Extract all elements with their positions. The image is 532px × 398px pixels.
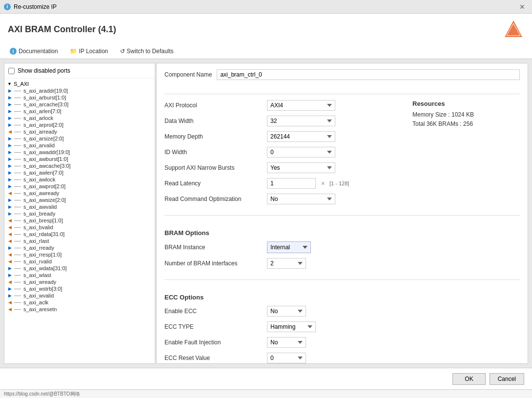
cancel-button[interactable]: Cancel [490,373,524,385]
port-out-arrow-icon: ▶ [8,184,12,189]
ecc-reset-select[interactable]: 0 1 [267,353,306,363]
port-line-icon [14,98,21,98]
port-list-item: ◀s_axi_bresp[1:0] [6,217,153,224]
enable-ecc-row: Enable ECC No Yes [164,306,520,317]
port-line-icon [14,234,21,235]
bram-instance-label: BRAM Instance [164,244,262,251]
ip-location-button[interactable]: 📁 IP Location [68,47,110,56]
port-list-item: ▶s_axi_araddr[19:0] [6,87,153,94]
port-line-icon [14,289,21,289]
port-label: s_axi_wstrb[3:0] [23,286,62,292]
main-header: AXI BRAM Controller (4.1) i Documentatio… [0,14,532,59]
port-out-arrow-icon: ▶ [8,150,12,155]
param-clear-icon[interactable]: ✕ [319,179,327,187]
param-control: YesNo [267,162,335,173]
content-area: Show disabled ports ▼ S_AXI ▶s_axi_aradd… [0,59,532,368]
port-out-arrow-icon: ▶ [8,273,12,278]
show-disabled-ports-label[interactable]: Show disabled ports [18,67,70,74]
port-line-icon [14,227,21,228]
port-list-item: ▶s_axi_wvalid [6,292,153,299]
port-line-icon [14,268,21,269]
port-line-icon [14,111,21,112]
ecc-reset-row: ECC Reset Value 0 1 [164,353,520,363]
port-tree: ▼ S_AXI ▶s_axi_araddr[19:0]▶s_axi_arburs… [4,79,155,363]
port-line-icon [14,296,21,296]
bram-instance-select[interactable]: Internal External [267,241,311,253]
port-list-item: ▶s_axi_bready [6,210,153,217]
port-line-icon [14,179,21,180]
port-line-icon [14,302,21,303]
show-disabled-ports-checkbox[interactable] [8,68,15,74]
port-label: s_axi_awvalid [23,204,57,210]
port-list: ▶s_axi_araddr[19:0]▶s_axi_arburst[1:0]▶s… [6,87,153,313]
documentation-button[interactable]: i Documentation [8,47,60,56]
port-label: s_axi_awsize[2:0] [23,197,66,203]
location-icon: 📁 [70,48,77,55]
port-line-icon [14,241,21,241]
port-label: s_axi_aclk [23,299,48,305]
bram-options-section: BRAM Options BRAM Instance Internal Exte… [164,221,520,274]
num-interfaces-control: 1 2 [267,258,306,269]
port-label: s_axi_rlast [23,238,49,244]
param-row: Support AXI Narrow BurstsYesNo [164,162,403,173]
param-select[interactable]: 1024204840968192163843276865536131072262… [267,131,335,142]
documentation-label: Documentation [19,48,58,55]
ecc-reset-control: 0 1 [267,353,306,363]
param-select[interactable]: 01234 [267,147,335,158]
port-list-item: ▶s_axi_awlock [6,176,153,183]
param-select[interactable]: AXI4AXI4LITE [267,100,335,111]
port-out-arrow-icon: ▶ [8,116,12,120]
separator-2 [164,215,520,216]
ok-button[interactable]: OK [452,373,485,385]
bram-instance-row: BRAM Instance Internal External [164,241,520,253]
ecc-type-select[interactable]: Hamming No_ECC [267,321,316,332]
port-out-arrow-icon: ▶ [8,266,12,271]
param-row: Read Command OptimizationNoYes [164,194,403,204]
port-in-arrow-icon: ◀ [8,218,12,223]
component-name-input[interactable] [217,69,520,80]
port-line-icon [14,139,21,139]
port-label: s_axi_awburst[1:0] [23,156,68,162]
separator-3 [164,279,520,280]
enable-fault-select[interactable]: No Yes [267,337,306,348]
toolbar: i Documentation 📁 IP Location ↺ Switch t… [8,44,524,59]
close-button[interactable]: ✕ [516,2,528,12]
switch-to-defaults-button[interactable]: ↺ Switch to Defaults [118,47,176,56]
params-and-resources: AXI ProtocolAXI4AXI4LITEData Width326412… [164,100,520,209]
param-select[interactable]: NoYes [267,194,335,204]
tree-root-node[interactable]: ▼ S_AXI [6,80,153,87]
port-list-item: ◀s_axi_arready [6,128,153,135]
port-out-arrow-icon: ▶ [8,102,12,107]
port-line-icon [14,125,21,125]
param-input[interactable] [267,178,316,189]
enable-fault-label: Enable Fault Injection [164,339,262,346]
num-interfaces-select[interactable]: 1 2 [267,258,306,269]
port-list-item: ◀s_axi_wready [6,279,153,285]
enable-ecc-select[interactable]: No Yes [267,306,306,317]
param-select[interactable]: YesNo [267,162,335,173]
info-icon: i [10,48,17,55]
port-line-icon [14,214,21,214]
param-row: Memory Depth1024204840968192163843276865… [164,131,403,142]
total-brams-value: Total 36K BRAMs : 256 [412,119,520,129]
xilinx-logo-icon [503,19,524,40]
port-out-arrow-icon: ▶ [8,143,12,148]
component-name-label: Component Name [164,71,212,78]
port-label: s_axi_arcache[3:0] [23,101,68,107]
port-label: s_axi_arready [23,129,57,135]
enable-ecc-control: No Yes [267,306,306,317]
port-list-item: ◀s_axi_aclk [6,299,153,306]
port-out-arrow-icon: ▶ [8,177,12,182]
port-label: s_axi_rvalid [23,259,52,264]
port-label: s_axi_arprot[2:0] [23,122,63,128]
port-label: s_axi_araddr[19:0] [23,88,68,94]
param-hint: [1 - 128] [329,180,349,186]
port-label: s_axi_bready [23,211,55,217]
param-control: AXI4AXI4LITE [267,100,335,111]
port-line-icon [14,91,21,91]
port-label: s_axi_aresetn [23,306,57,312]
param-select[interactable]: 3264128256512 [267,116,335,126]
port-in-arrow-icon: ◀ [8,252,12,257]
port-list-item: ▶s_axi_awlen[7:0] [6,169,153,176]
param-row: ID Width01234 [164,147,403,158]
